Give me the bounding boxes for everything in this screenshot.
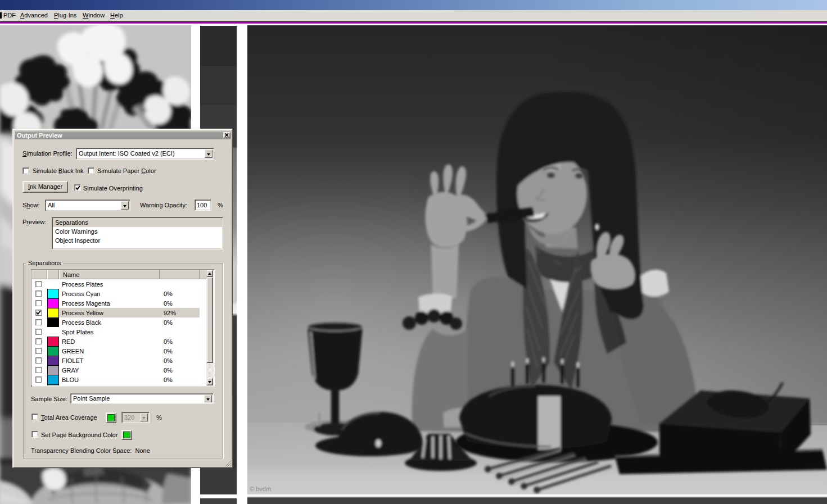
svg-text:© bvdm: © bvdm <box>250 485 271 492</box>
